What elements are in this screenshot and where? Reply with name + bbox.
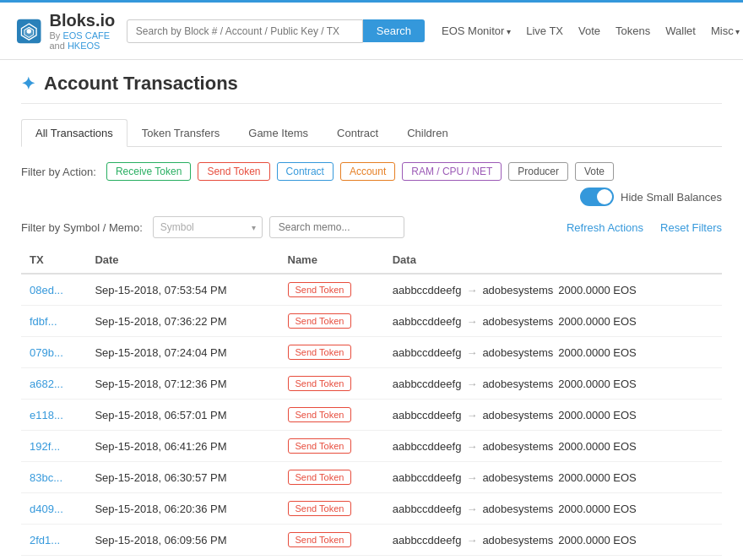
send-token-btn-0[interactable]: Send Token [288,282,352,297]
tx-link-6[interactable]: 83bc... [30,471,62,484]
tx-link-1[interactable]: fdbf... [30,315,57,328]
memo-input[interactable] [269,216,404,238]
table-row: a401... Sep-15-2018, 05:56:54 PM Send To… [21,556,722,561]
cell-name-1: Send Token [279,306,384,337]
tab-all-transactions[interactable]: All Transactions [21,119,127,147]
filter-account[interactable]: Account [340,162,395,181]
from-account-3: aabbccddeefg [393,378,462,390]
tab-token-transfers[interactable]: Token Transfers [127,119,235,147]
amount-6: 2000.0000 EOS [558,471,637,484]
filter-contract[interactable]: Contract [277,162,334,181]
arrow-icon-0: → [466,284,477,296]
cell-date-7: Sep-15-2018, 06:20:36 PM [86,493,279,525]
send-token-btn-5[interactable]: Send Token [288,438,352,454]
nav-tokens[interactable]: Tokens [616,24,650,37]
page-title-area: ✦ Account Transactions [21,73,722,104]
cell-name-6: Send Token [279,462,384,493]
cell-tx-6: 83bc... [21,462,86,493]
filter-vote[interactable]: Vote [575,162,614,181]
table-row: 079b... Sep-15-2018, 07:24:04 PM Send To… [21,337,722,368]
toggle-knob [597,189,612,204]
nav-misc[interactable]: Misc [711,24,740,37]
arrow-icon-5: → [466,440,477,453]
cell-data-1: aabbccddeefg → adobesystems 2000.0000 EO… [384,306,722,337]
filter-receive-token[interactable]: Receive Token [106,162,192,181]
tx-link-3[interactable]: a682... [30,378,63,390]
filter-send-token[interactable]: Send Token [198,162,269,181]
cell-data-4: aabbccddeefg → adobesystems 2000.0000 EO… [384,400,722,431]
from-account-8: aabbccddeefg [393,534,462,546]
amount-7: 2000.0000 EOS [558,503,637,515]
cell-tx-2: 079b... [21,337,86,368]
tx-link-4[interactable]: e118... [30,409,63,421]
cell-data-2: aabbccddeefg → adobesystems 2000.0000 EO… [384,337,722,368]
send-token-btn-2[interactable]: Send Token [288,345,352,360]
amount-4: 2000.0000 EOS [558,409,637,421]
toggle-label: Hide Small Balances [621,191,722,204]
tx-link-5[interactable]: 192f... [30,440,60,453]
to-account-4: adobesystems [482,409,553,421]
svg-point-3 [27,29,31,33]
cell-date-9: Sep-15-2018, 05:56:54 PM [86,556,279,561]
from-account-5: aabbccddeefg [393,440,462,453]
symbol-select[interactable]: Symbol EOS [153,216,263,238]
eos-cafe-link[interactable]: EOS CAFE [62,30,110,41]
tab-children[interactable]: Children [393,119,462,147]
action-filter-label: Filter by Action: [21,166,96,178]
send-token-btn-4[interactable]: Send Token [288,407,352,422]
logo-area: Bloks.io By EOS CAFE and HKEOS [17,11,127,51]
tab-game-items[interactable]: Game Items [234,119,323,147]
from-account-7: aabbccddeefg [393,503,462,515]
arrow-icon-3: → [466,378,477,390]
amount-3: 2000.0000 EOS [558,378,637,390]
cell-name-2: Send Token [279,337,384,368]
from-account-1: aabbccddeefg [393,315,462,328]
amount-2: 2000.0000 EOS [558,346,637,359]
filter-producer[interactable]: Producer [508,162,568,181]
send-token-btn-3[interactable]: Send Token [288,376,352,391]
table-row: 192f... Sep-15-2018, 06:41:26 PM Send To… [21,431,722,462]
cell-data-7: aabbccddeefg → adobesystems 2000.0000 EO… [384,493,722,525]
amount-5: 2000.0000 EOS [558,440,637,453]
hkeos-link[interactable]: HKEOS [68,41,100,51]
cell-tx-0: 08ed... [21,274,86,306]
nav-eos-monitor[interactable]: EOS Monitor [442,24,511,37]
to-account-2: adobesystems [482,346,553,359]
search-area: Search [127,19,425,43]
arrow-icon-1: → [466,315,477,328]
cell-data-0: aabbccddeefg → adobesystems 2000.0000 EO… [384,274,722,306]
send-token-btn-7[interactable]: Send Token [288,501,352,516]
table-row: 08ed... Sep-15-2018, 07:53:54 PM Send To… [21,274,722,306]
filter-ram-cpu-net[interactable]: RAM / CPU / NET [402,162,502,181]
tx-link-2[interactable]: 079b... [30,346,63,359]
search-input[interactable] [127,19,363,43]
tx-link-7[interactable]: d409... [30,503,63,515]
symbol-filter-row: Filter by Symbol / Memo: Symbol EOS Refr… [21,216,722,238]
tx-link-8[interactable]: 2fd1... [30,534,60,546]
cell-data-8: aabbccddeefg → adobesystems 2000.0000 EO… [384,525,722,556]
send-token-btn-1[interactable]: Send Token [288,313,352,329]
cell-date-4: Sep-15-2018, 06:57:01 PM [86,400,279,431]
cell-name-8: Send Token [279,525,384,556]
send-token-btn-6[interactable]: Send Token [288,470,352,485]
main-nav: EOS Monitor Live TX Vote Tokens Wallet M… [442,24,740,37]
reset-filters-link[interactable]: Reset Filters [660,221,722,234]
tab-contract[interactable]: Contract [323,119,393,147]
search-button[interactable]: Search [363,19,425,42]
cell-name-9: Send Token [279,556,384,561]
cell-name-0: Send Token [279,274,384,306]
send-token-btn-8[interactable]: Send Token [288,532,352,547]
cell-date-6: Sep-15-2018, 06:30:57 PM [86,462,279,493]
cell-date-0: Sep-15-2018, 07:53:54 PM [86,274,279,306]
nav-vote[interactable]: Vote [578,24,600,37]
from-account-2: aabbccddeefg [393,346,462,359]
hide-small-balances-toggle[interactable] [580,188,614,206]
refresh-actions-link[interactable]: Refresh Actions [567,221,643,234]
to-account-5: adobesystems [482,440,553,453]
cell-data-9: aabbccddeefg → adobesystems 2000.0000 EO… [384,556,722,561]
cell-date-5: Sep-15-2018, 06:41:26 PM [86,431,279,462]
cell-data-5: aabbccddeefg → adobesystems 2000.0000 EO… [384,431,722,462]
nav-live-tx[interactable]: Live TX [526,24,563,37]
tx-link-0[interactable]: 08ed... [30,284,63,296]
nav-wallet[interactable]: Wallet [665,24,696,37]
